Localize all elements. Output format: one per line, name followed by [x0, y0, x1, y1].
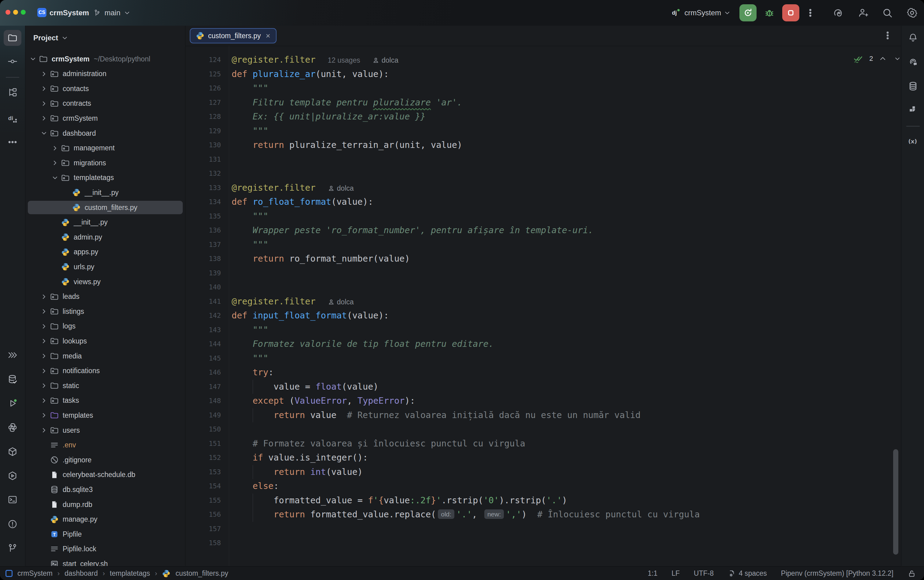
tree-chevron-icon[interactable] — [40, 411, 48, 419]
tree-item-leads[interactable]: leads — [28, 290, 183, 303]
prev-problem-chevron-up-icon[interactable] — [879, 55, 886, 63]
tree-chevron-icon[interactable] — [40, 397, 48, 405]
close-window-button[interactable] — [5, 10, 10, 15]
services-icon[interactable] — [4, 468, 21, 484]
line-number[interactable]: 150 — [186, 422, 221, 437]
tree-chevron-icon[interactable] — [40, 426, 48, 434]
line-number[interactable]: 145 — [186, 351, 221, 366]
tree-chevron-icon[interactable] — [40, 85, 48, 92]
tree-chevron-icon[interactable] — [40, 382, 48, 390]
tree-chevron-icon[interactable] — [51, 144, 59, 152]
author-hint[interactable]: dolca — [328, 181, 354, 196]
line-ending[interactable]: LF — [672, 569, 680, 578]
tree-chevron-icon[interactable] — [29, 55, 37, 63]
terminal-icon[interactable] — [4, 492, 21, 508]
tree-item-__init__.py[interactable]: __init__.py — [28, 216, 183, 229]
line-number[interactable]: 156 — [186, 508, 221, 522]
line-number[interactable]: 129 — [186, 124, 221, 138]
line-number[interactable]: 135 — [186, 209, 221, 224]
tree-item-templates[interactable]: templates — [28, 409, 183, 422]
tree-item-manage.py[interactable]: manage.py — [28, 513, 183, 526]
tree-item-listings[interactable]: listings — [28, 305, 183, 318]
breadcrumb-item[interactable]: templatetags — [110, 569, 150, 578]
author-hint[interactable]: dolca — [372, 53, 399, 68]
python-console-icon[interactable] — [4, 420, 21, 435]
next-problem-chevron-down-icon[interactable] — [894, 56, 901, 62]
tree-item-Pipfile.lock[interactable]: Pipfile.lock — [28, 542, 183, 556]
tree-item-users[interactable]: users — [28, 423, 183, 437]
inspections-widget[interactable]: 2 — [853, 54, 901, 64]
breadcrumb-item[interactable]: crmSystem — [17, 569, 53, 578]
chevron-down-icon[interactable] — [78, 10, 84, 16]
tree-item-dump.rdb[interactable]: dump.rdb — [28, 498, 183, 511]
run-config-selector[interactable]: crmSystem — [684, 8, 721, 17]
tree-item-crmSystem[interactable]: crmSystem~/Desktop/pythonl — [28, 52, 183, 66]
line-number[interactable]: 132 — [186, 166, 221, 181]
expression-icon[interactable]: (x) — [904, 133, 922, 150]
line-number[interactable]: 153 — [186, 465, 221, 479]
line-number[interactable]: 151 — [186, 437, 221, 451]
tree-item-admin.py[interactable]: admin.py — [28, 231, 183, 244]
tree-chevron-icon[interactable] — [40, 100, 48, 107]
settings-gear-icon[interactable] — [906, 7, 918, 19]
line-number[interactable]: 128 — [186, 110, 221, 124]
tree-chevron-icon[interactable] — [40, 352, 48, 360]
line-number[interactable]: 137 — [186, 238, 221, 252]
structure-icon[interactable] — [4, 84, 21, 100]
tree-item-start_celery.sh[interactable]: start_celery.sh — [28, 557, 183, 566]
tree-chevron-icon[interactable] — [40, 129, 48, 137]
author-hint[interactable]: dolca — [328, 295, 354, 309]
tree-item-contacts[interactable]: contacts — [28, 82, 183, 96]
tree-chevron-icon[interactable] — [40, 337, 48, 345]
tree-item-views.py[interactable]: views.py — [28, 275, 183, 288]
run-icon[interactable] — [4, 395, 21, 411]
line-number[interactable]: 126 — [186, 81, 221, 96]
line-number[interactable]: 148 — [186, 394, 221, 408]
tree-item-.gitignore[interactable]: .gitignore — [28, 453, 183, 466]
breadcrumb-item[interactable]: custom_filters.py — [175, 569, 228, 578]
tree-item-crmSystem[interactable]: crmSystem — [28, 112, 183, 125]
line-number[interactable]: 133 — [186, 181, 221, 195]
tree-item-static[interactable]: static — [28, 379, 183, 392]
tree-item-celerybeat-schedule.db[interactable]: celerybeat-schedule.db — [28, 468, 183, 481]
tree-item-logs[interactable]: logs — [28, 320, 183, 333]
tree-item-db.sqlite3[interactable]: db.sqlite3 — [28, 483, 183, 496]
problems-icon[interactable] — [4, 516, 21, 532]
line-number[interactable]: 155 — [186, 494, 221, 508]
code-with-me-icon[interactable] — [857, 7, 868, 18]
line-number[interactable]: 154 — [186, 479, 221, 494]
line-number[interactable]: 144 — [186, 337, 221, 351]
tree-chevron-icon[interactable] — [40, 322, 48, 330]
tree-item-administration[interactable]: administration — [28, 67, 183, 81]
notifications-icon[interactable] — [904, 30, 922, 46]
caret-position[interactable]: 1:1 — [648, 569, 657, 578]
tree-chevron-icon[interactable] — [51, 174, 59, 182]
line-number[interactable]: 138 — [186, 252, 221, 266]
debug-button[interactable] — [764, 7, 775, 18]
plugins-icon[interactable] — [904, 102, 922, 118]
line-number[interactable]: 140 — [186, 280, 221, 295]
branch-selector[interactable]: main — [93, 0, 130, 26]
chevron-down-icon[interactable] — [724, 10, 730, 16]
line-number[interactable]: 141 — [186, 295, 221, 309]
tree-item-.env[interactable]: .env — [28, 438, 183, 452]
line-number[interactable]: 147 — [186, 380, 221, 394]
ai-assistant-icon[interactable] — [833, 7, 844, 18]
data-source-icon[interactable] — [4, 371, 21, 387]
tree-item-Pipfile[interactable]: TPipfile — [28, 527, 183, 541]
line-number[interactable]: 134 — [186, 195, 221, 209]
line-number[interactable]: 124 — [186, 53, 221, 67]
line-number[interactable]: 131 — [186, 153, 221, 167]
tree-chevron-icon[interactable] — [40, 293, 48, 301]
search-everywhere-icon[interactable] — [882, 7, 893, 18]
run-options-kebab-icon[interactable] — [805, 8, 815, 18]
tree-chevron-icon[interactable] — [51, 159, 59, 167]
commit-icon[interactable] — [4, 53, 21, 69]
line-number[interactable]: 149 — [186, 408, 221, 423]
database-icon[interactable] — [904, 78, 922, 94]
django-structure-icon[interactable]: di — [4, 111, 21, 127]
line-number[interactable]: 142 — [186, 309, 221, 323]
ai-assistant-icon[interactable] — [904, 54, 922, 70]
line-number[interactable]: 125 — [186, 67, 221, 82]
tree-chevron-icon[interactable] — [40, 307, 48, 315]
